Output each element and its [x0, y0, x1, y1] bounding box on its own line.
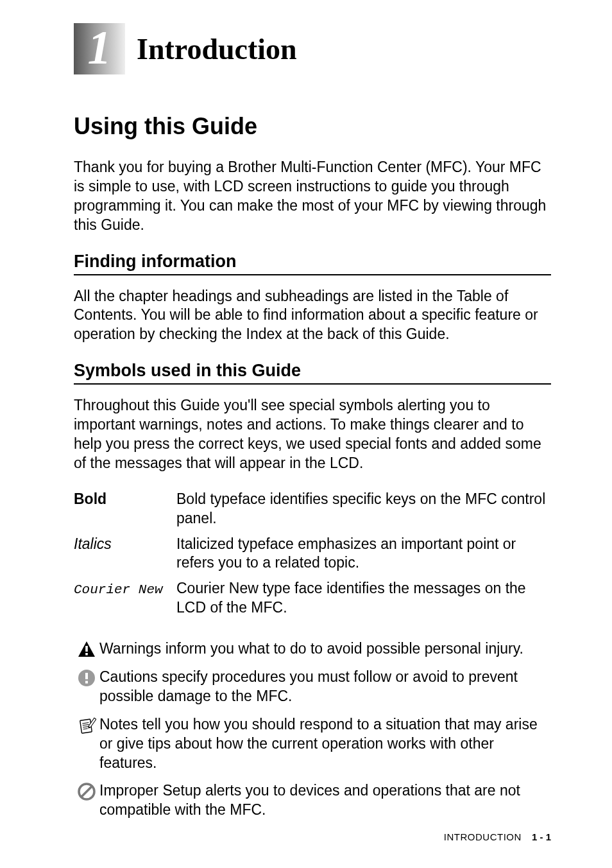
caution-icon: [74, 668, 99, 687]
subsection-symbols-title: Symbols used in this Guide: [74, 361, 551, 385]
symbol-note-desc: Notes tell you how you should respond to…: [99, 715, 551, 773]
footer-label: INTRODUCTION: [444, 831, 522, 842]
improper-setup-icon: [74, 781, 99, 801]
note-icon: [74, 715, 99, 736]
svg-rect-5: [85, 681, 88, 684]
symbol-row-caution: Cautions specify procedures you must fol…: [74, 668, 551, 706]
symbol-row-improper: Improper Setup alerts you to devices and…: [74, 781, 551, 820]
table-row: Courier New Courier New type face identi…: [74, 579, 551, 624]
term-bold-desc: Bold typeface identifies specific keys o…: [176, 490, 551, 535]
term-courier: Courier New: [74, 582, 163, 597]
chapter-header: 1 Introduction: [74, 23, 551, 74]
symbol-warning-desc: Warnings inform you what to do to avoid …: [99, 639, 551, 659]
symbol-caution-desc: Cautions specify procedures you must fol…: [99, 668, 551, 706]
term-bold: Bold: [74, 490, 106, 507]
term-courier-desc: Courier New type face identifies the mes…: [176, 579, 551, 624]
typeface-definitions: Bold Bold typeface identifies specific k…: [74, 490, 551, 624]
term-italics: Italics: [74, 535, 112, 552]
symbol-row-note: Notes tell you how you should respond to…: [74, 715, 551, 773]
svg-line-8: [83, 724, 89, 725]
chapter-title: Introduction: [137, 32, 297, 66]
table-row: Italics Italicized typeface emphasizes a…: [74, 535, 551, 580]
page-footer: INTRODUCTION 1 - 1: [444, 831, 551, 842]
warning-icon: [74, 639, 99, 657]
svg-rect-4: [85, 673, 88, 679]
subsection-symbols-body: Throughout this Guide you'll see special…: [74, 396, 551, 473]
subsection-finding-body: All the chapter headings and subheadings…: [74, 287, 551, 345]
section-intro: Thank you for buying a Brother Multi-Fun…: [74, 158, 551, 235]
svg-line-10: [83, 729, 88, 729]
svg-line-7: [82, 722, 89, 723]
svg-line-14: [81, 786, 92, 797]
chapter-number-badge: 1: [74, 23, 125, 74]
subsection-finding-title: Finding information: [74, 252, 551, 275]
section-title: Using this Guide: [74, 113, 551, 140]
table-row: Bold Bold typeface identifies specific k…: [74, 490, 551, 535]
symbol-row-warning: Warnings inform you what to do to avoid …: [74, 639, 551, 659]
chapter-number: 1: [88, 24, 112, 71]
footer-page: 1 - 1: [532, 831, 551, 842]
term-italics-desc: Italicized typeface emphasizes an import…: [176, 535, 551, 580]
svg-rect-2: [85, 653, 88, 655]
svg-rect-1: [85, 646, 88, 652]
symbol-improper-desc: Improper Setup alerts you to devices and…: [99, 781, 551, 820]
